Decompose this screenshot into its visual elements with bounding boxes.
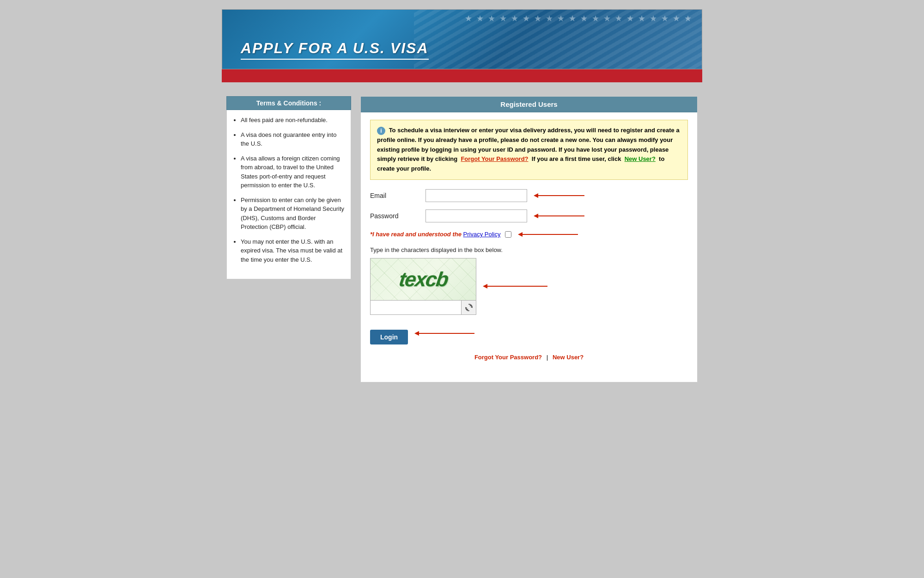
bottom-new-user-link[interactable]: New User? xyxy=(553,354,584,361)
login-button-row: Login xyxy=(370,322,688,344)
page-title: APPLY FOR A U.S. VISA xyxy=(241,40,429,60)
privacy-row: *I have read and understood the Privacy … xyxy=(370,230,688,239)
password-arrow xyxy=(534,211,589,221)
arrow-svg-5 xyxy=(414,329,479,338)
svg-marker-3 xyxy=(534,214,538,218)
login-button[interactable]: Login xyxy=(370,330,408,344)
email-input[interactable] xyxy=(426,189,527,202)
password-input[interactable] xyxy=(426,209,527,222)
login-arrow xyxy=(414,329,479,338)
captcha-image: texcb xyxy=(371,258,476,300)
svg-marker-9 xyxy=(483,284,487,289)
main-content: Terms & Conditions : All fees paid are n… xyxy=(222,96,702,382)
arrow-svg-2 xyxy=(534,211,589,221)
bottom-separator: | xyxy=(547,354,548,361)
captcha-refresh-button[interactable] xyxy=(461,301,476,314)
page-wrapper: APPLY FOR A U.S. VISA Terms & Conditions… xyxy=(222,9,702,382)
info-icon: i xyxy=(377,127,385,135)
captcha-row: texcb xyxy=(370,258,688,315)
captcha-arrow xyxy=(483,282,552,291)
login-body: i To schedule a visa interview or enter … xyxy=(361,112,697,368)
list-item: Permission to enter can only be given by… xyxy=(241,196,344,232)
new-user-inline-link[interactable]: New User? xyxy=(625,155,656,162)
new-user-text: If you are a first time user, click xyxy=(532,155,621,162)
svg-marker-11 xyxy=(414,331,419,336)
red-stripe xyxy=(222,69,702,82)
privacy-checkbox[interactable] xyxy=(505,231,511,238)
email-arrow xyxy=(534,191,589,200)
captcha-box: texcb xyxy=(370,258,476,315)
login-panel: Registered Users i To schedule a visa in… xyxy=(360,96,698,382)
list-item: A visa does not guarantee entry into the… xyxy=(241,130,344,148)
captcha-input[interactable] xyxy=(371,301,461,314)
forgot-password-inline-link[interactable]: Forgot Your Password? xyxy=(461,155,528,162)
arrow-svg xyxy=(534,191,589,200)
svg-marker-5 xyxy=(518,232,523,237)
email-row: Email xyxy=(370,189,688,202)
password-label: Password xyxy=(370,212,426,220)
captcha-text: texcb xyxy=(397,268,449,291)
captcha-label: Type in the characters displayed in the … xyxy=(370,246,688,253)
terms-list: All fees paid are non-refundable. A visa… xyxy=(231,116,344,264)
terms-heading: Terms & Conditions : xyxy=(226,96,351,110)
terms-body: All fees paid are non-refundable. A visa… xyxy=(226,110,351,279)
header-banner: APPLY FOR A U.S. VISA xyxy=(222,9,702,69)
refresh-icon xyxy=(465,303,473,312)
password-row: Password xyxy=(370,209,688,222)
arrow-svg-4 xyxy=(483,282,552,291)
login-heading: Registered Users xyxy=(361,97,697,112)
terms-panel: Terms & Conditions : All fees paid are n… xyxy=(226,96,351,382)
arrow-svg-3 xyxy=(518,230,583,239)
svg-marker-1 xyxy=(534,193,538,198)
privacy-policy-link[interactable]: Privacy Policy xyxy=(463,231,501,238)
privacy-arrow xyxy=(518,230,583,239)
list-item: You may not enter the U.S. with an expir… xyxy=(241,237,344,264)
email-label: Email xyxy=(370,192,426,199)
list-item: All fees paid are non-refundable. xyxy=(241,116,344,125)
bottom-links: Forgot Your Password? | New User? xyxy=(370,354,688,361)
captcha-input-row xyxy=(371,300,476,314)
list-item: A visa allows a foreign citizen coming f… xyxy=(241,154,344,190)
bottom-forgot-link[interactable]: Forgot Your Password? xyxy=(474,354,542,361)
privacy-prefix: *I have read and understood the xyxy=(370,231,462,238)
info-box: i To schedule a visa interview or enter … xyxy=(370,120,688,180)
